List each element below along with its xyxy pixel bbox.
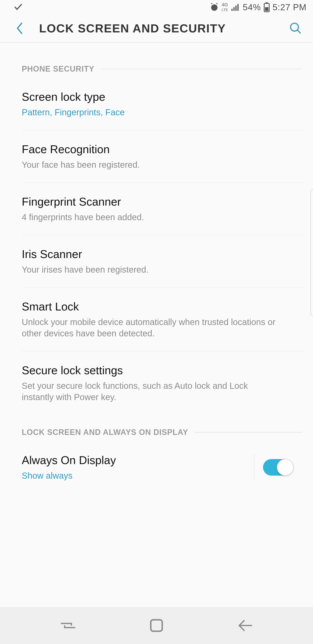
section-header-label: PHONE SECURITY [22, 64, 94, 74]
toggle-knob [277, 459, 294, 476]
section-header-lock-screen-aod: LOCK SCREEN AND ALWAYS ON DISPLAY [22, 428, 304, 437]
section-header-phone-security: PHONE SECURITY [22, 64, 304, 74]
svg-rect-6 [265, 7, 268, 11]
setting-screen-lock-type[interactable]: Screen lock type Pattern, Fingerprints, … [22, 78, 304, 130]
setting-title: Screen lock type [22, 90, 298, 104]
svg-line-9 [297, 30, 301, 34]
setting-title: Secure lock settings [22, 363, 298, 378]
always-on-display-toggle[interactable] [263, 459, 294, 476]
battery-text: 54% [243, 2, 261, 12]
setting-title: Always On Display [22, 453, 254, 467]
svg-rect-7 [266, 2, 268, 4]
setting-subtitle: Your face has been registered. [22, 159, 298, 170]
page-title: LOCK SCREEN AND SECURITY [26, 22, 287, 35]
back-button[interactable] [13, 22, 26, 34]
clock-text: 5:27 PM [273, 2, 307, 12]
setting-secure-lock-settings[interactable]: Secure lock settings Set your secure loc… [22, 351, 304, 415]
setting-fingerprint-scanner[interactable]: Fingerprint Scanner 4 fingerprints have … [22, 183, 304, 235]
status-right: 4GLTE 54% 5:27 PM [210, 2, 307, 12]
back-nav-button[interactable] [232, 612, 258, 638]
setting-title: Face Recognition [22, 142, 298, 156]
checkmark-icon [13, 2, 23, 13]
setting-subtitle: Unlock your mobile device automatically … [22, 316, 298, 339]
battery-icon [264, 2, 270, 12]
section-header-label: LOCK SCREEN AND ALWAYS ON DISPLAY [22, 428, 188, 437]
setting-face-recognition[interactable]: Face Recognition Your face has been regi… [22, 130, 304, 183]
settings-content[interactable]: PHONE SECURITY Screen lock type Pattern,… [0, 43, 313, 607]
setting-iris-scanner[interactable]: Iris Scanner Your irises have been regis… [22, 235, 304, 288]
alarm-icon [210, 2, 219, 12]
navigation-bar [0, 607, 313, 644]
svg-point-0 [211, 4, 217, 11]
setting-title: Smart Lock [22, 300, 298, 314]
search-button[interactable] [287, 22, 304, 35]
svg-rect-2 [234, 7, 235, 11]
scroll-indicator[interactable] [311, 189, 313, 316]
setting-subtitle: Pattern, Fingerprints, Face [22, 106, 298, 118]
divider [101, 69, 302, 69]
svg-rect-10 [151, 620, 162, 632]
recents-button[interactable] [55, 612, 81, 638]
home-button[interactable] [143, 612, 170, 638]
setting-title: Iris Scanner [22, 247, 298, 261]
svg-point-8 [291, 23, 299, 31]
toggle-divider [254, 454, 294, 480]
divider [195, 432, 302, 432]
status-left [13, 2, 23, 13]
setting-subtitle: Your irises have been registered. [22, 264, 298, 275]
svg-rect-3 [235, 6, 237, 11]
setting-always-on-display[interactable]: Always On Display Show always [22, 441, 304, 488]
status-bar: 4GLTE 54% 5:27 PM [0, 0, 313, 14]
svg-rect-4 [237, 4, 239, 11]
network-4g-icon: 4GLTE [222, 2, 228, 12]
setting-subtitle: 4 fingerprints have been added. [22, 212, 298, 223]
setting-subtitle: Set your secure lock functions, such as … [22, 380, 298, 403]
svg-rect-1 [232, 9, 233, 11]
setting-subtitle: Show always [22, 470, 254, 481]
signal-icon [231, 2, 240, 12]
app-header: LOCK SCREEN AND SECURITY [0, 14, 313, 43]
setting-title: Fingerprint Scanner [22, 195, 298, 209]
setting-smart-lock[interactable]: Smart Lock Unlock your mobile device aut… [22, 288, 304, 351]
